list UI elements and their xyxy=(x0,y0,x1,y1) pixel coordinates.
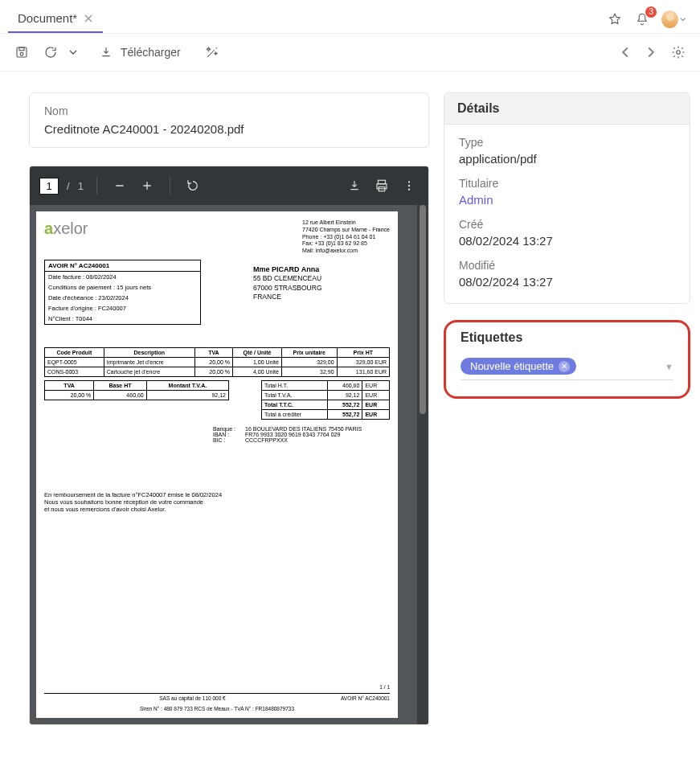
doc-logo: axelor xyxy=(44,219,88,255)
modified-label: Modifié xyxy=(459,259,675,272)
doc-lines-table: Code ProduitDescriptionTVAQté / UnitéPri… xyxy=(44,347,390,377)
created-value: 08/02/2024 13:27 xyxy=(459,234,675,248)
doc-note: En remboursement de la facture n°FC24000… xyxy=(44,491,390,513)
name-value: Creditnote AC240001 - 20240208.pdf xyxy=(44,122,414,136)
svg-rect-4 xyxy=(379,180,386,184)
tag-remove-icon[interactable]: ✕ xyxy=(559,361,570,372)
bell-icon[interactable]: 3 xyxy=(634,11,650,27)
pdf-page: axelor 12 rue Albert Einstein 77420 Cham… xyxy=(36,211,398,718)
svg-point-8 xyxy=(408,185,410,187)
tab-document[interactable]: Document* xyxy=(8,5,103,33)
refresh-button[interactable] xyxy=(40,42,61,63)
details-title: Détails xyxy=(444,93,690,125)
created-label: Créé xyxy=(459,218,675,231)
doc-company-address: 12 rue Albert Einstein 77420 Champs sur … xyxy=(302,219,390,255)
doc-info-box: AVOIR N° AC240001 Date facture : 08/02/2… xyxy=(44,260,201,325)
zoom-in-icon[interactable] xyxy=(137,176,157,195)
tab-title: Document* xyxy=(18,11,77,25)
tag-chip[interactable]: Nouvelle étiquette ✕ xyxy=(461,358,576,375)
svg-point-7 xyxy=(408,181,410,182)
save-button[interactable] xyxy=(11,42,32,63)
modified-value: 08/02/2024 13:27 xyxy=(459,275,675,289)
tab-bar: Document* 3 xyxy=(0,0,700,34)
next-button[interactable] xyxy=(642,43,660,61)
download-label[interactable]: Télécharger xyxy=(121,46,181,59)
details-panel: Détails Typeapplication/pdf TitulaireAdm… xyxy=(444,92,690,304)
pdf-scrollbar[interactable] xyxy=(417,205,428,724)
name-card: Nom Creditnote AC240001 - 20240208.pdf xyxy=(29,92,429,148)
pdf-page-total: 1 xyxy=(78,180,84,192)
tags-title: Etiquettes xyxy=(461,330,673,345)
avatar-icon xyxy=(661,10,678,28)
prev-button[interactable] xyxy=(616,43,634,61)
pdf-page-sep: / xyxy=(67,180,70,192)
doc-footer: 1 / 1 SAS au capital de 110 000 €AVOIR N… xyxy=(44,684,390,711)
type-value: application/pdf xyxy=(459,152,675,166)
doc-tva-table: TVABase HTMontant T.V.A. 20,00 %460,6092… xyxy=(44,380,229,400)
zoom-out-icon[interactable] xyxy=(110,176,129,195)
user-menu[interactable] xyxy=(661,11,686,27)
pdf-page-input[interactable]: 1 xyxy=(39,178,59,195)
download-icon[interactable] xyxy=(96,43,116,62)
notification-badge: 3 xyxy=(645,6,657,18)
svg-point-2 xyxy=(20,52,23,55)
rotate-icon[interactable] xyxy=(183,176,203,195)
settings-icon[interactable] xyxy=(668,42,689,63)
tags-dropdown-icon[interactable]: ▼ xyxy=(665,362,673,371)
tags-input[interactable]: Nouvelle étiquette ✕ ▼ xyxy=(461,358,673,380)
doc-customer: Mme PICARD Anna 55 BD CLEMENCEAU 67000 S… xyxy=(253,264,322,302)
svg-point-9 xyxy=(408,188,410,190)
tag-label: Nouvelle étiquette xyxy=(470,360,554,372)
doc-bank: Banque :16 BOULEVARD DES ITALIENS 75450 … xyxy=(213,426,390,443)
type-label: Type xyxy=(459,136,675,149)
svg-rect-1 xyxy=(19,47,24,51)
svg-point-3 xyxy=(677,51,681,55)
doc-totals-table: Total H.T.460,60EUR Total T.V.A.92,12EUR… xyxy=(261,380,390,420)
pdf-viewer: 1 / 1 axelor 12 rue A xyxy=(29,166,429,725)
more-icon[interactable] xyxy=(399,176,419,195)
name-label: Nom xyxy=(44,105,414,117)
owner-label: Titulaire xyxy=(459,177,675,190)
magic-wand-button[interactable] xyxy=(202,42,223,63)
star-icon[interactable] xyxy=(607,11,623,27)
refresh-dropdown[interactable] xyxy=(66,45,80,59)
toolbar: Télécharger xyxy=(0,34,700,72)
pdf-body: axelor 12 rue Albert Einstein 77420 Cham… xyxy=(30,205,428,724)
pdf-toolbar: 1 / 1 xyxy=(30,166,428,205)
download-pdf-icon[interactable] xyxy=(345,176,364,195)
print-icon[interactable] xyxy=(372,176,391,195)
owner-value[interactable]: Admin xyxy=(459,193,675,207)
close-tab-icon[interactable] xyxy=(84,14,93,23)
tags-panel: Etiquettes Nouvelle étiquette ✕ ▼ xyxy=(444,320,690,399)
